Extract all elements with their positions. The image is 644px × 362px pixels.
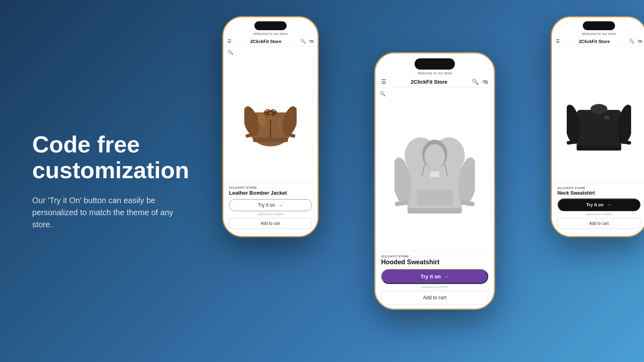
zoom-icon-left: 🔍 (227, 49, 233, 55)
try-on-label-center: Try it on (421, 274, 441, 280)
nav-icons-center: 🔍 🛍 (472, 78, 488, 85)
phone-left-content: Welcome to our store ☰ 2ClickFit Store 🔍… (223, 30, 318, 233)
nav-icons-left: 🔍 🛍 (300, 39, 314, 44)
product-name-left: Leather Bomber Jacket (229, 190, 312, 196)
svg-rect-25 (460, 200, 475, 206)
jacket-image (244, 80, 297, 149)
svg-rect-8 (253, 138, 288, 142)
welcome-text-right: Welcome to our store (552, 30, 644, 37)
product-bottom-left: 2CLICKFIT STORE Leather Bomber Jacket Tr… (223, 183, 318, 233)
svg-rect-32 (567, 140, 577, 145)
product-brand-right: 2CLICKFIT STORE (557, 187, 640, 189)
sweater-image (567, 74, 631, 155)
svg-rect-31 (577, 146, 621, 150)
svg-point-19 (425, 144, 445, 169)
nav-icons-right: 🔍 🛍 (629, 39, 642, 44)
svg-rect-26 (430, 171, 440, 177)
hamburger-icon-right: ☰ (556, 39, 560, 44)
nav-center: ☰ 2ClickFit Store 🔍 🛍 (376, 76, 494, 88)
search-icon-center: 🔍 (472, 78, 479, 85)
nav-left: ☰ 2ClickFit Store 🔍 🛍 (223, 37, 318, 46)
nav-right: ☰ 2ClickFit Store 🔍 🛍 (552, 37, 644, 46)
arrow-icon-left: → (278, 202, 283, 208)
product-bottom-center: 2CLICKFIT STORE Hooded Sweatshirt Try it… (376, 251, 494, 309)
add-to-cart-button-left[interactable]: Add to cart (229, 218, 312, 229)
store-name-left: 2ClickFit Store (250, 39, 281, 44)
notch-left (254, 21, 287, 30)
arrow-icon-center: → (444, 274, 449, 280)
headline: Code free customization (32, 132, 193, 183)
notch-center (415, 58, 455, 70)
try-on-label-left: Try it on (258, 202, 275, 208)
hamburger-icon-left: ☰ (227, 39, 231, 44)
add-to-cart-button-center[interactable]: Add to cart (381, 291, 488, 304)
svg-rect-22 (417, 189, 453, 206)
arrow-icon-right: → (607, 202, 611, 208)
try-on-button-right[interactable]: Try it on → (557, 198, 640, 211)
store-name-center: 2ClickFit Store (411, 79, 447, 85)
cart-icon-right: 🛍 (638, 39, 642, 44)
svg-rect-33 (621, 140, 631, 145)
search-icon-right: 🔍 (629, 39, 634, 44)
product-name-right: Neck Sweatshirt (557, 190, 640, 196)
powered-by-left: powered by 2ClickFit (229, 213, 312, 216)
phone-right-content: Welcome to our store ☰ 2ClickFit Store 🔍… (552, 30, 644, 233)
try-on-button-center[interactable]: Try it on → (381, 269, 488, 284)
powered-by-right: powered by 2ClickFit (557, 213, 640, 216)
store-name-right: 2ClickFit Store (579, 39, 610, 44)
svg-rect-5 (269, 112, 272, 113)
product-image-left: 🔍 (223, 46, 318, 183)
phone-right: Welcome to our store ☰ 2ClickFit Store 🔍… (551, 16, 644, 237)
phone-left: Welcome to our store ☰ 2ClickFit Store 🔍… (222, 16, 319, 237)
product-image-right (552, 46, 644, 183)
svg-rect-27 (577, 110, 621, 149)
hoodie-image (394, 121, 475, 218)
subtext: Our 'Try it On' button can easily be per… (32, 194, 193, 230)
svg-point-30 (590, 104, 607, 114)
svg-rect-23 (407, 208, 462, 213)
notch-right (583, 21, 615, 30)
product-brand-center: 2CLICKFIT STORE (381, 255, 488, 258)
phone-center-content: Welcome to our store ☰ 2ClickFit Store 🔍… (376, 70, 494, 309)
svg-rect-34 (605, 116, 609, 119)
add-to-cart-button-right[interactable]: Add to cart (557, 218, 640, 229)
product-bottom-right: 2CLICKFIT STORE Neck Sweatshirt Try it o… (552, 183, 644, 233)
svg-rect-6 (269, 115, 272, 116)
hamburger-icon-center: ☰ (381, 78, 386, 85)
product-brand-left: 2CLICKFIT STORE (229, 186, 312, 189)
phone-center: Welcome to our store ☰ 2ClickFit Store 🔍… (374, 52, 495, 310)
product-image-center: 🔍 (376, 88, 494, 251)
product-name-center: Hooded Sweatshirt (381, 259, 488, 266)
welcome-text-left: Welcome to our store (223, 30, 318, 37)
try-on-label-right: Try it on (586, 202, 604, 207)
try-on-button-left[interactable]: Try it on → (229, 199, 312, 211)
phones-container: Welcome to our store ☰ 2ClickFit Store 🔍… (225, 0, 644, 362)
cart-icon-left: 🛍 (309, 39, 314, 44)
cart-icon-center: 🛍 (483, 78, 488, 85)
svg-rect-24 (395, 200, 409, 206)
search-icon-left: 🔍 (300, 39, 306, 44)
welcome-text-center: Welcome to our store (376, 70, 494, 76)
svg-rect-7 (269, 117, 272, 119)
zoom-icon-center: 🔍 (380, 91, 386, 97)
powered-by-center: powered by 2ClickFit (381, 286, 488, 288)
left-section: Code free customization Our 'Try it On' … (0, 107, 225, 255)
